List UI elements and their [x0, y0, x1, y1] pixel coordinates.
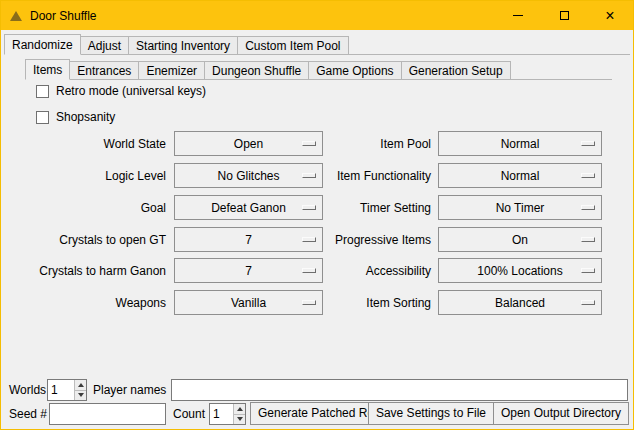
timer-setting-label: Timer Setting [286, 195, 431, 221]
timer-setting-value: No Timer [496, 201, 545, 215]
tab-custom-item-pool[interactable]: Custom Item Pool [237, 36, 348, 55]
door-shuffle-window: Door Shuffle × Randomize Adjust Starting… [0, 0, 634, 430]
close-icon: × [605, 8, 614, 24]
progressive-items-value: On [512, 233, 528, 247]
item-sorting-label: Item Sorting [286, 290, 431, 316]
item-functionality-value: Normal [501, 169, 540, 183]
checkbox-unchecked-icon [36, 111, 49, 124]
goal-label: Goal [1, 195, 166, 221]
player-names-input[interactable] [171, 379, 628, 401]
seed-input[interactable] [49, 403, 166, 425]
weapons-label: Weapons [1, 290, 166, 316]
arrow-up-icon [78, 383, 84, 387]
arrow-down-icon [237, 417, 243, 421]
tab-starting-inventory[interactable]: Starting Inventory [128, 36, 238, 55]
item-pool-value: Normal [501, 137, 540, 151]
progressive-items-select[interactable]: On [438, 227, 602, 252]
save-settings-button[interactable]: Save Settings to File [368, 402, 494, 425]
logic-level-label: Logic Level [1, 163, 166, 189]
maximize-icon [560, 11, 569, 20]
accessibility-select[interactable]: 100% Locations [438, 258, 602, 283]
accessibility-value: 100% Locations [477, 264, 562, 278]
shopsanity-label: Shopsanity [56, 110, 115, 124]
window-controls: × [495, 1, 633, 30]
goal-value: Defeat Ganon [211, 201, 286, 215]
maximize-button[interactable] [541, 1, 587, 30]
timer-setting-select[interactable]: No Timer [438, 195, 602, 220]
crystals-open-gt-label: Crystals to open GT [1, 227, 166, 253]
player-names-label: Player names [93, 379, 166, 401]
tab-generation-setup[interactable]: Generation Setup [401, 61, 511, 80]
accessibility-label: Accessibility [286, 258, 431, 284]
dropdown-indicator-icon [581, 300, 595, 305]
inner-tab-bar: Items Entrances Enemizer Dungeon Shuffle… [25, 59, 510, 80]
open-output-directory-button[interactable]: Open Output Directory [493, 402, 629, 425]
item-sorting-value: Balanced [495, 296, 545, 310]
tab-entrances[interactable]: Entrances [69, 61, 139, 80]
item-functionality-select[interactable]: Normal [438, 163, 602, 188]
world-state-label: World State [1, 131, 166, 157]
window-title: Door Shuffle [30, 9, 97, 23]
crystals-harm-ganon-label: Crystals to harm Ganon [1, 258, 166, 284]
arrow-up-icon [237, 407, 243, 411]
tab-adjust[interactable]: Adjust [80, 36, 129, 55]
dropdown-indicator-icon [581, 237, 595, 242]
crystals-open-gt-value: 7 [245, 233, 252, 247]
option-row: Crystals to harm Ganon 7 Accessibility 1… [1, 258, 633, 284]
worlds-label: Worlds [9, 379, 46, 401]
worlds-spin-down-button[interactable] [75, 390, 86, 401]
tab-items[interactable]: Items [25, 59, 70, 80]
worlds-spin-up-button[interactable] [75, 380, 86, 390]
dropdown-indicator-icon [581, 141, 595, 146]
worlds-spinner[interactable]: 1 [47, 379, 87, 401]
spinner-arrows [233, 404, 245, 424]
titlebar[interactable]: Door Shuffle × [1, 1, 633, 30]
outer-tab-bar: Randomize Adjust Starting Inventory Cust… [4, 34, 348, 55]
arrow-down-icon [78, 393, 84, 397]
weapons-value: Vanilla [231, 296, 266, 310]
world-state-value: Open [234, 137, 263, 151]
count-spinner[interactable]: 1 [209, 403, 246, 425]
close-button[interactable]: × [587, 1, 633, 30]
minimize-button[interactable] [495, 1, 541, 30]
count-label: Count [173, 403, 205, 425]
seed-label: Seed # [9, 403, 47, 425]
crystals-harm-ganon-value: 7 [245, 264, 252, 278]
retro-mode-label: Retro mode (universal keys) [56, 84, 206, 98]
count-spin-down-button[interactable] [234, 414, 245, 425]
option-row: World State Open Item Pool Normal [1, 131, 633, 157]
tab-dungeon-shuffle[interactable]: Dungeon Shuffle [204, 61, 309, 80]
dropdown-indicator-icon [581, 268, 595, 273]
tab-randomize[interactable]: Randomize [4, 34, 81, 55]
tab-enemizer[interactable]: Enemizer [138, 61, 205, 80]
spinner-arrows [74, 380, 86, 400]
item-sorting-select[interactable]: Balanced [438, 290, 602, 315]
option-row: Logic Level No Glitches Item Functionali… [1, 163, 633, 189]
count-spin-up-button[interactable] [234, 404, 245, 414]
item-functionality-label: Item Functionality [286, 163, 431, 189]
dropdown-indicator-icon [581, 205, 595, 210]
option-row: Crystals to open GT 7 Progressive Items … [1, 227, 633, 253]
checkbox-unchecked-icon [36, 85, 49, 98]
worlds-value[interactable]: 1 [48, 380, 74, 400]
item-pool-select[interactable]: Normal [438, 131, 602, 156]
item-pool-label: Item Pool [286, 131, 431, 157]
option-row: Goal Defeat Ganon Timer Setting No Timer [1, 195, 633, 221]
logic-level-value: No Glitches [217, 169, 279, 183]
minimize-icon [513, 15, 523, 16]
count-value[interactable]: 1 [210, 404, 233, 424]
retro-mode-checkbox[interactable]: Retro mode (universal keys) [36, 84, 206, 98]
dropdown-indicator-icon [581, 173, 595, 178]
option-row: Weapons Vanilla Item Sorting Balanced [1, 290, 633, 316]
shopsanity-checkbox[interactable]: Shopsanity [36, 110, 115, 124]
app-icon [10, 11, 22, 21]
progressive-items-label: Progressive Items [286, 227, 431, 253]
tab-game-options[interactable]: Game Options [308, 61, 401, 80]
